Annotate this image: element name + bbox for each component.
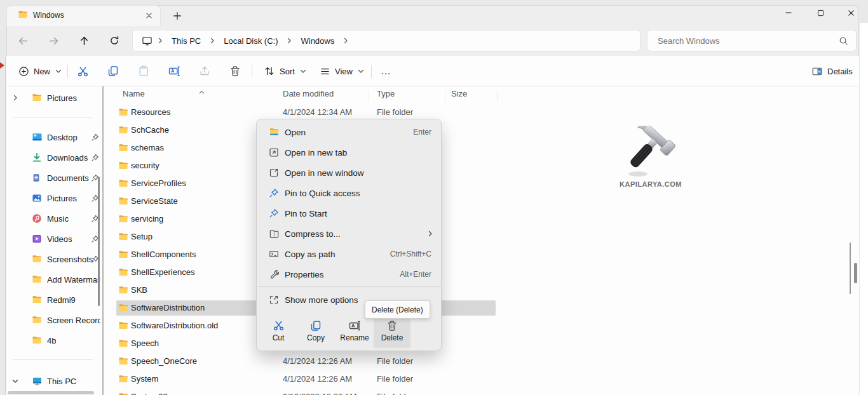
sidebar-vertical-scrollbar[interactable] (98, 177, 100, 306)
pane-splitter[interactable] (102, 86, 104, 395)
table-row[interactable]: Speech_OneCore 4/1/2024 12:26 AM File fo… (116, 352, 496, 370)
folder-icon (32, 315, 43, 325)
delete-icon (229, 65, 241, 77)
minimize-button[interactable] (775, 4, 803, 22)
new-button[interactable]: New (13, 58, 68, 84)
rename-button[interactable] (163, 60, 186, 82)
search-input[interactable] (648, 36, 839, 46)
menu-item-copy-as-path[interactable]: Copy as path Ctrl+Shift+C (259, 244, 440, 264)
column-header-date-modified[interactable]: Date modified (283, 89, 334, 98)
file-name: SoftwareDistribution (131, 299, 205, 317)
chevron-right-icon[interactable] (11, 94, 20, 102)
copy-path-icon (268, 249, 280, 259)
file-name: schemas (131, 139, 164, 157)
search-icon (839, 36, 856, 46)
file-name: System32 (131, 388, 168, 395)
table-row[interactable]: System32 9/19/2023 12:22 AM File folder (116, 388, 496, 395)
sidebar-item-add-watermark[interactable]: Add Watermark (6, 269, 102, 290)
submenu-chevron-icon (426, 230, 434, 238)
menu-shortcut: Alt+Enter (400, 270, 431, 279)
sidebar-item-pictures[interactable]: Pictures (6, 188, 102, 208)
copy-button[interactable] (102, 60, 125, 82)
menu-item-open[interactable]: Open Enter (259, 122, 440, 142)
column-separator[interactable] (369, 91, 369, 102)
see-more-button[interactable]: … (375, 58, 397, 84)
sidebar-item-screen-recordin[interactable]: Screen Recordin (6, 310, 102, 330)
column-separator[interactable] (497, 91, 498, 102)
show-more-icon (268, 295, 280, 305)
compress-icon (268, 229, 280, 239)
sidebar-divider (13, 359, 93, 360)
copy-icon (310, 320, 322, 331)
column-header-size[interactable]: Size (451, 89, 467, 98)
cut-button[interactable] (71, 60, 94, 82)
menu-item-pin-to-quick-access[interactable]: Pin to Quick access (259, 183, 440, 203)
column-header-name[interactable]: Name (123, 89, 145, 98)
sort-ascending-icon[interactable] (198, 87, 205, 98)
this-pc-icon (32, 376, 43, 386)
open-new-window-icon (268, 168, 280, 178)
table-row[interactable]: System 4/1/2024 12:26 AM File folder (116, 370, 496, 388)
menu-item-pin-to-start[interactable]: Pin to Start (259, 203, 440, 224)
chevron-down-icon[interactable] (11, 377, 20, 385)
sidebar-item-this-pc[interactable]: This PC (6, 371, 102, 391)
paste-button[interactable] (132, 60, 155, 82)
quick-action-copy[interactable]: Copy (297, 314, 334, 348)
forward-button[interactable] (44, 32, 62, 50)
refresh-button[interactable] (105, 32, 123, 50)
sort-button[interactable]: Sort (258, 58, 313, 84)
sidebar-item-music[interactable]: Music (6, 208, 102, 229)
back-button[interactable] (14, 32, 32, 50)
menu-item-properties[interactable]: Properties Alt+Enter (259, 264, 440, 285)
desktop-icon (32, 132, 43, 142)
column-header-type[interactable]: Type (377, 89, 395, 98)
new-tab-button[interactable] (170, 9, 184, 23)
menu-item-open-in-new-tab[interactable]: Open in new tab (259, 142, 440, 163)
up-button[interactable] (75, 32, 93, 50)
sidebar-item-screenshots[interactable]: Screenshots (6, 249, 102, 269)
breadcrumb-item[interactable]: This PC (168, 36, 205, 46)
details-button[interactable]: Details (806, 58, 858, 84)
folder-icon (118, 214, 128, 227)
breadcrumb-item[interactable]: Local Disk (C:) (220, 36, 281, 46)
file-list-scrollbar[interactable] (850, 243, 851, 294)
sidebar-tree-item-pictures[interactable]: Pictures (6, 88, 102, 108)
menu-shortcut: Enter (413, 128, 431, 137)
breadcrumb-item[interactable]: Windows (297, 36, 338, 46)
sidebar-item-4b[interactable]: 4b (6, 330, 102, 351)
delete-icon (386, 320, 398, 331)
quick-action-rename[interactable]: Rename (336, 314, 373, 348)
quick-action-delete[interactable]: Delete (374, 314, 410, 348)
properties-icon (268, 269, 280, 279)
background-window-artifact (0, 62, 4, 69)
view-button[interactable]: View (314, 58, 370, 84)
window-edge-scrollbar[interactable] (854, 263, 857, 283)
tab-windows[interactable] (6, 5, 161, 26)
sidebar-item-documents[interactable]: Documents (6, 168, 102, 188)
quick-action-cut[interactable]: Cut (260, 314, 297, 348)
sidebar-item-desktop[interactable]: Desktop (6, 127, 102, 147)
breadcrumb[interactable]: This PCLocal Disk (C:)Windows (132, 30, 641, 51)
file-name: Resources (131, 104, 170, 121)
sidebar-item-redmi9[interactable]: Redmi9 (6, 290, 102, 310)
maximize-button[interactable] (806, 4, 834, 22)
share-button[interactable] (193, 60, 216, 82)
file-name: security (131, 157, 159, 175)
menu-item-open-in-new-window[interactable]: Open in new window (259, 163, 440, 183)
sidebar-item-downloads[interactable]: Downloads (6, 147, 102, 168)
quick-action-label: Copy (307, 333, 325, 342)
tab-close-icon[interactable] (142, 9, 155, 22)
folder-icon (118, 196, 128, 209)
sidebar-item-videos[interactable]: Videos (6, 229, 102, 249)
new-button-label: New (34, 67, 50, 76)
delete-button[interactable] (224, 60, 247, 82)
search-box[interactable] (647, 30, 857, 51)
close-button[interactable] (837, 4, 865, 22)
breadcrumb-chevron-icon (153, 37, 168, 44)
sidebar-horizontal-scrollbar[interactable] (8, 391, 94, 394)
folder-icon (118, 178, 128, 191)
rename-icon (349, 320, 361, 331)
folder-icon (118, 356, 128, 369)
menu-item-compress-to-[interactable]: Compress to... (259, 224, 440, 244)
column-separator[interactable] (445, 91, 445, 102)
